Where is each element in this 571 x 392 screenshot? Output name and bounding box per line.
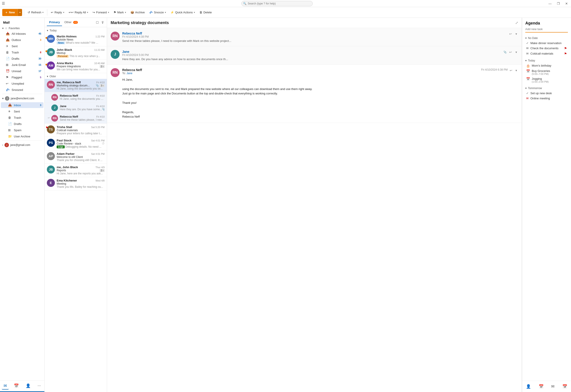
sidebar-item-drafts[interactable]: 📄 Drafts 30 — [1, 56, 44, 61]
email-item[interactable]: JB John Black 11:22 AM Meetup Personal T… — [45, 46, 107, 60]
tab-other[interactable]: Other +1 — [62, 19, 80, 26]
sidebar-item-snoozed[interactable]: 💤 Snoozed — [1, 87, 44, 93]
account1-header[interactable]: ▾ J jane@emclient.com — [0, 95, 44, 102]
unread-indicator — [45, 64, 47, 66]
pop-out-icon[interactable]: ⤢ — [515, 21, 518, 25]
agenda-table-button[interactable]: 📅 — [560, 383, 569, 390]
search-input[interactable] — [241, 1, 313, 6]
sidebar-item-user-archive[interactable]: 📁 User Archive — [1, 133, 44, 139]
no-date-section-header[interactable]: ▾ No Date — [525, 36, 568, 41]
email-time: Sat 5:20 PM — [91, 126, 105, 128]
email-item[interactable]: ⚑ TS Trisha Stall Sat 5:20 PM Coldcall m… — [45, 124, 107, 137]
filter-button[interactable]: ⊽ — [101, 20, 105, 25]
sender-name: me, John Black — [57, 166, 78, 169]
expand-message-button[interactable]: ▾ — [514, 68, 518, 73]
sidebar-item-sent[interactable]: ✈ Sent — [1, 43, 44, 49]
email-item[interactable]: JB me, John Black Thur 4/9 Reports 2 › H… — [45, 164, 107, 177]
email-item[interactable]: PS Paul Stock Sat 4:01 PM Code Review - … — [45, 137, 107, 150]
sidebar-item-unreplied[interactable]: ↩ Unreplied — [1, 81, 44, 86]
new-dropdown-button[interactable]: ▾ — [18, 9, 22, 16]
email-item[interactable]: AP Adam Parker Sat 4:01 PM Welcome to eM… — [45, 150, 107, 164]
close-button[interactable]: ✕ — [564, 1, 569, 6]
older-group-header[interactable]: ▾ Older — [45, 73, 107, 79]
maximize-button[interactable]: ❐ — [556, 1, 561, 6]
sidebar-item-trash2[interactable]: 🗑 Trash — [1, 115, 44, 121]
sidebar-item-outbox[interactable]: 📤 Outbox 3 — [1, 37, 44, 43]
email-subject: Meetup — [57, 51, 105, 55]
agenda-item[interactable]: ✉ Check the documents ⚑ — [525, 46, 568, 51]
sidebar-item-unread[interactable]: ⏰ Unread 17 — [1, 68, 44, 74]
select-all-button[interactable]: ☐ — [95, 20, 100, 25]
agenda-item[interactable]: ✓ Set up new desk — [525, 91, 568, 96]
avatar: MH — [47, 35, 55, 43]
reply-all-button[interactable]: ↩↩ Reply All ▾ — [67, 10, 90, 15]
delete-button[interactable]: 🗑 Delete — [198, 10, 214, 15]
expand-message-button[interactable]: ▾ — [514, 32, 518, 36]
agenda-calendar-button[interactable]: 📅 — [537, 383, 545, 390]
email-item[interactable]: ↩ RN Rebecca Neff Fri 4/10 Send me these… — [45, 113, 107, 124]
agenda-mail-button[interactable]: ✉ — [549, 383, 556, 390]
message-preview: Send me these tables please, I need to c… — [122, 39, 518, 42]
sidebar-item-sent2[interactable]: ✈ Sent — [1, 109, 44, 114]
add-task-input[interactable] — [525, 28, 568, 31]
email-viewer-header-actions: ⤢ — [515, 21, 518, 25]
new-button[interactable]: ＋ New — [2, 9, 18, 16]
inbox-icon: 📥 — [8, 103, 12, 107]
calendar-nav-button[interactable]: 📅 — [12, 382, 20, 390]
favorites-group-header[interactable]: ▾ ☆ Favorites — [0, 26, 44, 30]
archive-button[interactable]: 📦 Archive — [129, 10, 147, 15]
mark-button[interactable]: ⚑ Mark ▾ — [112, 10, 128, 15]
reply-message-button[interactable]: ↩ — [508, 32, 513, 36]
reply-message-button[interactable]: ↩ — [508, 50, 513, 54]
agenda-item[interactable]: 📅 Buy Groceries (5:00–7:00 PM) — [525, 68, 568, 76]
tab-primary[interactable]: Primary — [47, 19, 62, 26]
agenda-item[interactable]: ✓ Make dinner reservation — [525, 41, 568, 46]
email-content: Jane Fri 4/10 Here they are. Do you have… — [60, 104, 105, 111]
avatar: JB — [47, 166, 55, 173]
email-content: Paul Stock Sat 4:01 PM Code Review - sta… — [57, 139, 105, 148]
hamburger-menu-icon[interactable]: ☰ — [2, 1, 5, 6]
agenda-item[interactable]: ✉ Online meeting — [525, 96, 568, 101]
message-actions: 📎 ↩ ▾ — [503, 50, 518, 54]
thread-count: 2 › — [100, 65, 105, 68]
agenda-item[interactable]: 📅 Jogging (1:00–2:00 PM) — [525, 76, 568, 84]
email-message[interactable]: J Jane Fri 4/10/2024 5:00 PM 📎 ↩ ▾ H — [107, 46, 522, 65]
email-item[interactable]: E Ema Kitchener Wed 4/8 Meeting Thank yo… — [45, 177, 107, 190]
minimize-button[interactable]: — — [547, 1, 553, 6]
sidebar-item-inbox[interactable]: 📥 Inbox 3 — [1, 102, 44, 108]
avatar: J — [51, 104, 58, 111]
sidebar-item-trash[interactable]: 🗑 Trash 8 — [1, 49, 44, 55]
email-message[interactable]: RN Rebecca Neff Fri 4/10/2024 4:38 PM ↩ … — [107, 28, 522, 46]
email-item[interactable]: MH Martin Holmes 1:22 PM Outside News Ne… — [45, 33, 107, 46]
sidebar-item-all-inboxes[interactable]: 📥 All Inboxes 45 — [1, 31, 44, 37]
email-item[interactable]: J Jane Fri 4/10 Here they are. Do you ha… — [45, 103, 107, 113]
refresh-button[interactable]: ↺ Refresh ▾ — [26, 10, 45, 15]
sidebar-item-drafts2[interactable]: 📄 Drafts — [1, 121, 44, 127]
email-item[interactable]: RN me, Rebecca Neff Fri 4/10 Marketing s… — [45, 79, 107, 92]
more-nav-button[interactable]: ··· — [36, 382, 43, 390]
email-item[interactable]: AM Anna Marks 10:40 AM Prepare integrati… — [45, 60, 107, 73]
snooze-button[interactable]: 💤 Snooze ▾ — [148, 10, 168, 15]
sidebar-item-flagged[interactable]: ⚑ Flagged 5 — [1, 74, 44, 80]
sidebar-item-spam[interactable]: ⊠ Spam — [1, 127, 44, 133]
email-subject: Code Review - stack ⏱ — [57, 142, 105, 145]
mail-nav-button[interactable]: ✉ — [2, 382, 9, 390]
today-group-header[interactable]: ▾ Today — [45, 27, 107, 33]
all-inboxes-label: All Inboxes — [12, 32, 39, 35]
attachment-icon: 📎 — [102, 108, 105, 111]
account2-header[interactable]: › J jane@gmail.com — [0, 141, 44, 149]
agenda-contacts-button[interactable]: 👤 — [524, 383, 533, 390]
sidebar-item-junk-email[interactable]: ⊠ Junk Email 15 — [1, 62, 44, 68]
quick-actions-button[interactable]: ⚡ Quick Actions ▾ — [169, 10, 197, 15]
today-section-header[interactable]: ▾ Today — [525, 58, 568, 63]
expand-message-button[interactable]: ▾ — [514, 50, 518, 54]
agenda-item[interactable]: ✉ Coldcall materials ⚑ — [525, 51, 568, 56]
forward-button[interactable]: ↪ Forward ▾ — [91, 10, 111, 15]
reply-button[interactable]: ↩ Reply ▾ — [49, 10, 66, 15]
email-content: me, Rebecca Neff Fri 4/10 Marketing stra… — [57, 81, 105, 90]
reply-message-button[interactable]: ↩ — [509, 68, 513, 73]
contacts-nav-button[interactable]: 👤 — [24, 382, 32, 390]
tomorrow-section-header[interactable]: ▾ Tommorrow — [525, 86, 568, 91]
agenda-item[interactable]: 🎂 Mom's birthday — [525, 63, 568, 68]
email-item[interactable]: RN Rebecca Neff Fri 4/10 Hi Jane, using … — [45, 92, 107, 103]
